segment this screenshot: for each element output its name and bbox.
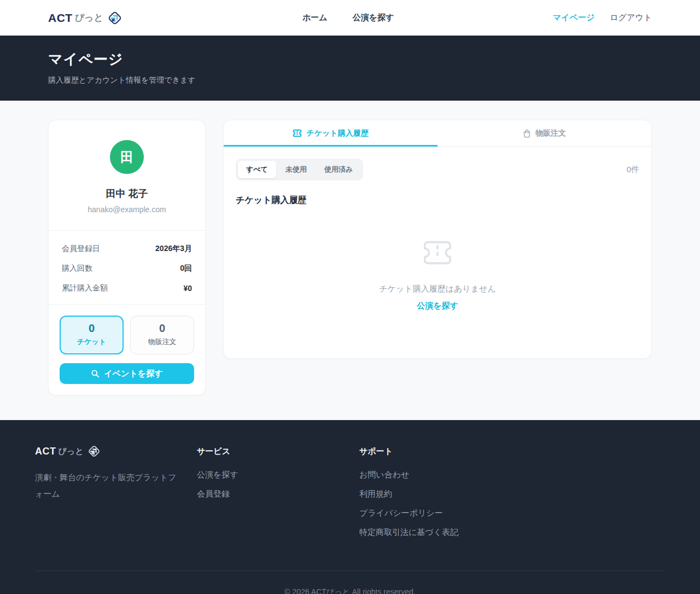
stat-value: ¥0 bbox=[183, 284, 192, 293]
shopping-bag-icon bbox=[523, 129, 531, 138]
page-header: マイページ 購入履歴とアカウント情報を管理できます bbox=[0, 36, 700, 101]
footer-link-find-shows[interactable]: 公演を探す bbox=[197, 470, 359, 480]
counter-tickets[interactable]: 0 チケット bbox=[60, 316, 124, 354]
ticket-icon bbox=[293, 129, 302, 137]
main-nav: ホーム 公演を探す bbox=[302, 0, 394, 36]
footer-column-support: サポート お問い合わせ 利用規約 プライバシーポリシー 特定商取引法に基づく表記 bbox=[359, 444, 458, 546]
status-filter: すべて 未使用 使用済み bbox=[236, 159, 363, 180]
stat-value: 0回 bbox=[180, 264, 192, 273]
stat-row-total-amount: 累計購入金額 ¥0 bbox=[62, 283, 192, 293]
footer-tagline: 演劇・舞台のチケット販売プラットフォーム bbox=[35, 469, 178, 502]
footer-link-terms[interactable]: 利用規約 bbox=[359, 489, 458, 499]
search-icon bbox=[91, 369, 100, 378]
footer-link-privacy[interactable]: プライバシーポリシー bbox=[359, 508, 458, 519]
tab-merch-orders[interactable]: 物販注文 bbox=[438, 120, 651, 146]
app-logo[interactable]: ACTぴっと bbox=[48, 10, 123, 26]
profile-card: 田 田中 花子 hanako@example.com 会員登録日 2026年3月… bbox=[48, 120, 206, 395]
footer-column-heading: サービス bbox=[197, 444, 359, 457]
footer-column-services: サービス 公演を探す 会員登録 bbox=[197, 444, 359, 546]
footer-link-register[interactable]: 会員登録 bbox=[197, 489, 359, 499]
find-events-button[interactable]: イベントを探す bbox=[60, 363, 194, 384]
empty-ticket-icon bbox=[422, 239, 453, 266]
footer: ACTぴっと 演劇・舞台のチケット販売プラットフォーム サービス 公演を探す bbox=[0, 420, 700, 594]
empty-find-shows-link[interactable]: 公演を探す bbox=[236, 301, 639, 311]
filter-unused[interactable]: 未使用 bbox=[277, 161, 315, 178]
tab-label: チケット購入履歴 bbox=[306, 129, 368, 138]
logo-text-pitto: ぴっと bbox=[75, 11, 103, 24]
profile-summary: 田 田中 花子 hanako@example.com bbox=[49, 120, 205, 231]
footer-main: ACTぴっと 演劇・舞台のチケット販売プラットフォーム サービス 公演を探す bbox=[35, 444, 665, 546]
counter-merch-orders[interactable]: 0 物販注文 bbox=[130, 316, 194, 354]
empty-state: チケット購入履歴はありません 公演を探す bbox=[236, 206, 639, 351]
purchase-history-card: チケット購入履歴 物販注文 すべて 未使用 使用済み 0件 bbox=[223, 120, 652, 359]
stat-row-purchase-count: 購入回数 0回 bbox=[62, 264, 192, 273]
footer-brand: ACTぴっと 演劇・舞台のチケット販売プラットフォーム bbox=[35, 444, 197, 546]
counter-label: 物販注文 bbox=[134, 337, 190, 347]
stat-label: 会員登録日 bbox=[62, 244, 100, 254]
counter-value: 0 bbox=[134, 322, 190, 335]
stat-row-registered: 会員登録日 2026年3月 bbox=[62, 244, 192, 254]
footer-link-commerce-law[interactable]: 特定商取引法に基づく表記 bbox=[359, 527, 458, 538]
empty-message: チケット購入履歴はありません bbox=[236, 284, 639, 294]
history-body: すべて 未使用 使用済み 0件 チケット購入履歴 チケット購入履歴はありません … bbox=[224, 147, 651, 358]
result-count: 0件 bbox=[627, 165, 639, 175]
account-stats: 会員登録日 2026年3月 購入回数 0回 累計購入金額 ¥0 bbox=[49, 231, 205, 305]
nav-item-home[interactable]: ホーム bbox=[302, 13, 328, 23]
counter-label: チケット bbox=[63, 337, 120, 347]
tab-label: 物販注文 bbox=[535, 129, 566, 138]
page-subtitle: 購入履歴とアカウント情報を管理できます bbox=[48, 75, 652, 85]
filter-row: すべて 未使用 使用済み 0件 bbox=[236, 159, 639, 180]
stat-value: 2026年3月 bbox=[155, 244, 192, 254]
nav-right: マイページ ログアウト bbox=[553, 13, 652, 23]
filter-used[interactable]: 使用済み bbox=[316, 161, 361, 178]
counter-boxes: 0 チケット 0 物販注文 bbox=[49, 305, 205, 354]
logo-diamond-icon bbox=[107, 10, 123, 26]
stat-label: 購入回数 bbox=[62, 264, 92, 273]
filter-all[interactable]: すべて bbox=[238, 161, 276, 178]
find-events-label: イベントを探す bbox=[104, 369, 162, 379]
avatar: 田 bbox=[110, 140, 144, 174]
top-navbar: ACTぴっと ホーム 公演を探す マイページ ログアウト bbox=[0, 0, 700, 36]
tab-ticket-history[interactable]: チケット購入履歴 bbox=[224, 120, 438, 146]
logo-text-act: ACT bbox=[35, 446, 56, 457]
logo-diamond-icon bbox=[87, 444, 101, 458]
nav-item-find-shows[interactable]: 公演を探す bbox=[353, 13, 394, 23]
footer-link-contact[interactable]: お問い合わせ bbox=[359, 470, 458, 480]
main-content: 田 田中 花子 hanako@example.com 会員登録日 2026年3月… bbox=[0, 101, 700, 420]
history-tabbar: チケット購入履歴 物販注文 bbox=[224, 120, 651, 147]
footer-logo[interactable]: ACTぴっと bbox=[35, 444, 197, 458]
logo-text-act: ACT bbox=[48, 11, 73, 25]
counter-value: 0 bbox=[63, 322, 120, 335]
user-email: hanako@example.com bbox=[57, 205, 196, 214]
logo-text-pitto: ぴっと bbox=[59, 446, 84, 457]
footer-column-heading: サポート bbox=[359, 444, 458, 457]
find-events-wrap: イベントを探す bbox=[49, 354, 205, 395]
nav-item-mypage[interactable]: マイページ bbox=[553, 13, 594, 23]
page-title: マイページ bbox=[48, 50, 652, 69]
stat-label: 累計購入金額 bbox=[62, 283, 108, 293]
nav-item-logout[interactable]: ログアウト bbox=[610, 13, 652, 23]
copyright: © 2026 ACTぴっと All rights reserved. bbox=[35, 571, 665, 594]
user-name: 田中 花子 bbox=[57, 187, 196, 200]
history-heading: チケット購入履歴 bbox=[236, 195, 639, 206]
